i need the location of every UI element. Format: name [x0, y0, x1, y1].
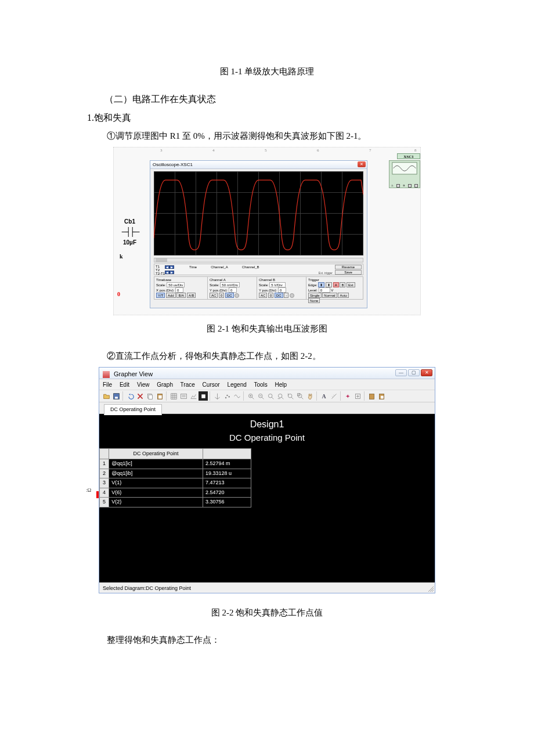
- maximize-icon[interactable]: ▢: [408, 369, 420, 376]
- timebase-scale-input[interactable]: 50 us/Div: [167, 282, 185, 287]
- blackbg-icon[interactable]: [199, 391, 208, 401]
- ac-button[interactable]: AC: [259, 293, 267, 298]
- single-button[interactable]: Single: [308, 293, 322, 298]
- port-icon[interactable]: [396, 184, 400, 188]
- save-button[interactable]: Save: [335, 270, 362, 275]
- grapher-titlebar[interactable]: Grapher View — ▢ ✕: [99, 368, 435, 379]
- table-row[interactable]: 2@qq1[ib]19.33128 u: [100, 469, 251, 478]
- svg-rect-6: [158, 395, 162, 398]
- zoom-icon[interactable]: [266, 391, 275, 401]
- copy-icon[interactable]: [145, 391, 154, 401]
- table-row[interactable]: 5V(2)3.30756: [100, 498, 251, 507]
- menu-help[interactable]: Help: [275, 381, 287, 388]
- scrollbar[interactable]: [154, 258, 363, 262]
- sparkle-icon[interactable]: ✦: [343, 391, 352, 401]
- arrow-left-icon[interactable]: ◀: [165, 265, 169, 269]
- close-icon[interactable]: ✕: [358, 161, 366, 167]
- ohm-label: :Ω: [86, 487, 91, 495]
- cursor-icon[interactable]: [212, 391, 222, 401]
- delete-icon[interactable]: [135, 391, 145, 401]
- edge-ext-button[interactable]: Ext: [347, 282, 355, 287]
- clipboard-icon[interactable]: [367, 391, 376, 401]
- menu-legend[interactable]: Legend: [227, 381, 246, 388]
- none-button[interactable]: None: [308, 298, 320, 303]
- marker-icon[interactable]: [222, 391, 232, 401]
- edge-b-button[interactable]: B: [340, 282, 345, 287]
- timebase-xpos-input[interactable]: 0: [175, 287, 183, 293]
- zoom-fit-icon[interactable]: [295, 391, 305, 401]
- auto-button[interactable]: Auto: [338, 293, 348, 298]
- table-row[interactable]: 1@qq1[ic]2.52794 m: [100, 459, 251, 469]
- table-row[interactable]: 4V(6)2.54720: [100, 488, 251, 498]
- port-icon[interactable]: [414, 184, 418, 188]
- menu-view[interactable]: View: [137, 381, 150, 388]
- edge-fall-icon[interactable]: ⬍: [326, 282, 332, 287]
- normal-button[interactable]: Normal: [322, 293, 337, 298]
- ac-button[interactable]: AC: [210, 293, 218, 298]
- arrow-right-icon[interactable]: ▶: [169, 265, 174, 269]
- menu-graph[interactable]: Graph: [157, 381, 173, 388]
- chart-icon[interactable]: [189, 391, 198, 401]
- menu-file[interactable]: File: [103, 381, 112, 388]
- dc-button[interactable]: DC: [225, 293, 234, 298]
- channel-a-panel: Channel A Scale: 50 mV/Div Y pos.(Div): …: [208, 277, 257, 299]
- ba-button[interactable]: B/A: [176, 293, 186, 298]
- chan-b-ypos-input[interactable]: 0: [278, 287, 286, 293]
- edge-rise-icon[interactable]: ⬍: [318, 282, 324, 287]
- table-row[interactable]: 3V(1)7.47213: [100, 478, 251, 488]
- timebase-title: Timebase: [156, 278, 205, 282]
- zoom-y-icon[interactable]: [286, 391, 295, 401]
- grid-icon[interactable]: [169, 391, 178, 401]
- undo-icon[interactable]: [125, 391, 135, 401]
- invert-button[interactable]: -: [284, 293, 288, 298]
- chan-a-scale-input[interactable]: 50 mV/Div: [220, 282, 240, 287]
- menu-cursor[interactable]: Cursor: [203, 381, 220, 388]
- zero-button[interactable]: 0: [219, 293, 224, 298]
- caption-fig-2-2: 图 2-2 饱和失真静态工作点值: [52, 606, 482, 620]
- minimize-icon[interactable]: —: [395, 369, 407, 376]
- chan-b-scale-input[interactable]: 5 V/Div: [269, 282, 286, 287]
- edge-a-button[interactable]: A: [333, 282, 339, 287]
- menubar[interactable]: File Edit View Graph Trace Cursor Legend…: [99, 379, 435, 390]
- menu-trace[interactable]: Trace: [181, 381, 195, 388]
- open-icon[interactable]: [102, 391, 111, 401]
- add-button[interactable]: Add: [166, 293, 176, 298]
- paragraph-1: ①调节原理图中 R1 至 0%，用示波器测得饱和失真波形如下图 2-1。: [107, 129, 482, 143]
- time-header: Time: [189, 265, 197, 270]
- paste-icon[interactable]: [155, 391, 164, 401]
- tab-dc-op[interactable]: DC Operating Point: [104, 404, 162, 415]
- menu-tools[interactable]: Tools: [254, 381, 267, 388]
- dc-button[interactable]: DC: [275, 293, 283, 298]
- probe-dot-icon: [290, 293, 294, 298]
- ab-button[interactable]: A/B: [187, 293, 196, 298]
- arrow-left-icon[interactable]: ◀: [165, 271, 169, 274]
- port-icon[interactable]: [408, 184, 412, 188]
- xsc-icon[interactable]: A B: [389, 160, 420, 188]
- legend-icon[interactable]: [179, 391, 188, 401]
- zoom-out-icon[interactable]: [256, 391, 265, 401]
- reverse-button[interactable]: Reverse: [335, 265, 362, 269]
- zoom-in-icon[interactable]: [246, 391, 255, 401]
- edge-label: Edge:: [308, 283, 317, 287]
- zero-button[interactable]: 0: [268, 293, 273, 298]
- export-icon[interactable]: [353, 391, 362, 401]
- text-a-icon[interactable]: A: [319, 391, 329, 401]
- channel-b-panel: Channel B Scale: 5 V/Div Y pos.(Div): 0 …: [257, 277, 306, 299]
- yt-button[interactable]: Y/T: [156, 293, 165, 298]
- save-icon[interactable]: [111, 391, 121, 401]
- trigger-level-input[interactable]: 0: [319, 287, 330, 293]
- oscilloscope-titlebar[interactable]: Oscilloscope-XSC1 ✕: [150, 161, 367, 169]
- waveform-icon[interactable]: [232, 391, 241, 401]
- zero-mark: 0: [117, 290, 120, 298]
- timebase-panel: Timebase Scale: 50 us/Div X pos.(Div): 0…: [154, 277, 208, 299]
- arrow-right-icon[interactable]: ▶: [169, 271, 174, 274]
- zoom-x-icon[interactable]: [276, 391, 285, 401]
- clipboard2-icon[interactable]: [377, 391, 386, 401]
- hand-icon[interactable]: [305, 391, 315, 401]
- svg-point-14: [268, 394, 272, 398]
- close-icon[interactable]: ✕: [421, 369, 432, 376]
- menu-edit[interactable]: Edit: [120, 381, 129, 388]
- resize-grip-icon[interactable]: [428, 586, 434, 592]
- measure-icon[interactable]: [329, 391, 338, 401]
- chan-a-ypos-input[interactable]: 0: [229, 287, 237, 293]
